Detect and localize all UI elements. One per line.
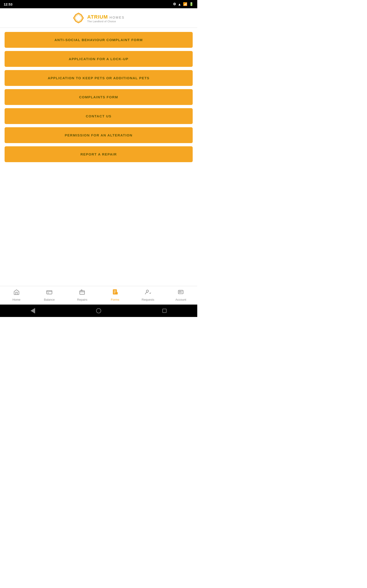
status-icons: ⚙ ▲ 📶 🔋 [173,2,194,6]
logo-title: ATRIUM HOMES [87,14,125,20]
pets-application-button[interactable]: APPLICATION TO KEEP PETS OR ADDITIONAL P… [5,70,193,86]
gear-icon: ⚙ [173,2,176,6]
svg-rect-3 [116,292,117,294]
logo-container: ATRIUM HOMES The Landlord of Choice [73,12,125,24]
svg-rect-0 [47,291,52,294]
logo-tagline: The Landlord of Choice [87,20,125,23]
nav-account-label: Account [175,298,186,301]
nav-requests-label: Requests [142,298,154,301]
signal-icon: 📶 [183,2,187,6]
nav-repairs-label: Repairs [77,298,87,301]
nav-requests[interactable]: Requests [131,289,164,301]
forms-icon [112,289,118,297]
main-content: ANTI-SOCIAL BEHAVIOUR COMPLAINT FORM APP… [0,28,197,286]
nav-balance[interactable]: Balance [33,289,66,301]
status-bar: 12:53 ⚙ ▲ 📶 🔋 [0,0,197,8]
lockup-application-button[interactable]: APPLICATION FOR A LOCK-UP [5,51,193,67]
svg-rect-1 [80,291,85,294]
nav-forms-label: Forms [111,298,119,301]
brand-name-homes: HOMES [109,16,125,19]
asb-complaint-button[interactable]: ANTI-SOCIAL BEHAVIOUR COMPLAINT FORM [5,32,193,48]
home-icon [13,289,20,297]
complaints-form-button[interactable]: COMPLAINTS FORM [5,89,193,105]
logo-text: ATRIUM HOMES The Landlord of Choice [87,14,125,23]
nav-forms[interactable]: Forms [99,289,131,301]
nav-account[interactable]: Account [165,289,197,301]
alteration-permission-button[interactable]: PERMISSION FOR AN ALTERATION [5,127,193,143]
report-repair-button[interactable]: REPORT A REPAIR [5,146,193,162]
svg-point-6 [179,291,181,293]
bottom-nav: Home Balance Repairs [0,286,197,304]
back-button[interactable] [30,308,36,314]
wifi-icon: ▲ [178,2,181,6]
nav-home-label: Home [12,298,20,301]
battery-icon: 🔋 [189,2,194,6]
contact-us-button[interactable]: CONTACT US [5,108,193,124]
recents-button[interactable] [161,308,168,314]
system-nav [0,304,197,317]
nav-balance-label: Balance [44,298,55,301]
status-time: 12:53 [4,2,12,6]
home-button[interactable] [95,308,102,314]
svg-point-4 [146,290,148,292]
nav-repairs[interactable]: Repairs [66,289,99,301]
logo-icon [73,12,84,24]
balance-icon [46,289,52,297]
nav-home[interactable]: Home [0,289,33,301]
repairs-icon [79,289,85,297]
app-header: ATRIUM HOMES The Landlord of Choice [0,8,197,28]
brand-name-atrium: ATRIUM [87,14,108,20]
requests-icon [145,289,151,297]
account-icon [177,289,184,297]
